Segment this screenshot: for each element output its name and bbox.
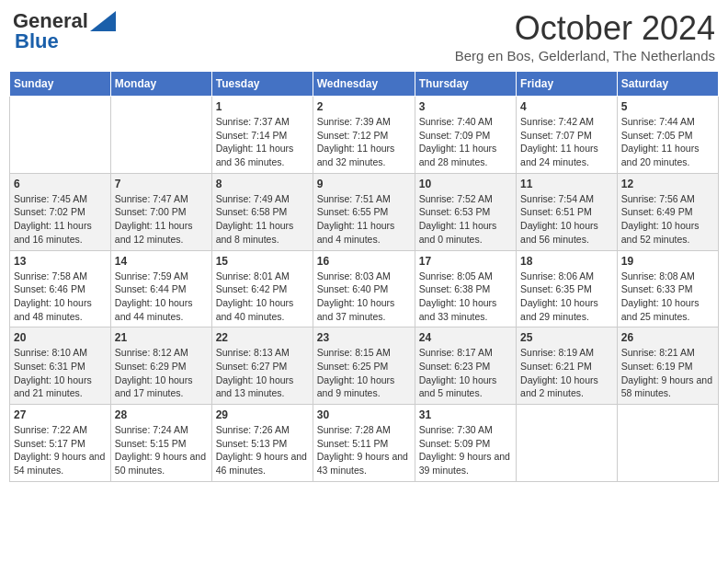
- table-row: 25 Sunrise: 8:19 AMSunset: 6:21 PMDaylig…: [517, 327, 618, 405]
- table-row: 16 Sunrise: 8:03 AMSunset: 6:40 PMDaylig…: [313, 250, 415, 327]
- day-number: 4: [520, 100, 613, 113]
- col-monday: Monday: [110, 72, 211, 97]
- col-tuesday: Tuesday: [211, 72, 313, 97]
- table-row: 11 Sunrise: 7:54 AMSunset: 6:51 PMDaylig…: [517, 173, 618, 250]
- day-number: 23: [317, 331, 411, 344]
- table-row: 19 Sunrise: 8:08 AMSunset: 6:33 PMDaylig…: [617, 250, 718, 327]
- table-row: 5 Sunrise: 7:44 AMSunset: 7:05 PMDayligh…: [617, 97, 718, 174]
- day-info: Sunrise: 7:24 AMSunset: 5:15 PMDaylight:…: [115, 423, 208, 477]
- table-row: 22 Sunrise: 8:13 AMSunset: 6:27 PMDaylig…: [211, 327, 313, 405]
- table-row: 1 Sunrise: 7:37 AMSunset: 7:14 PMDayligh…: [211, 97, 313, 174]
- day-info: Sunrise: 7:52 AMSunset: 6:53 PMDaylight:…: [419, 192, 512, 247]
- day-number: 14: [115, 255, 208, 268]
- logo: General Blue: [13, 9, 116, 53]
- day-number: 27: [14, 408, 107, 421]
- title-area: October 2024 Berg en Bos, Gelderland, Th…: [455, 9, 715, 63]
- table-row: [517, 405, 618, 482]
- day-info: Sunrise: 7:42 AMSunset: 7:07 PMDaylight:…: [520, 115, 613, 169]
- day-info: Sunrise: 8:05 AMSunset: 6:38 PMDaylight:…: [419, 270, 512, 324]
- table-row: 28 Sunrise: 7:24 AMSunset: 5:15 PMDaylig…: [110, 405, 211, 482]
- day-number: 25: [520, 331, 613, 344]
- day-info: Sunrise: 7:49 AMSunset: 6:58 PMDaylight:…: [216, 192, 309, 247]
- day-info: Sunrise: 8:08 AMSunset: 6:33 PMDaylight:…: [621, 270, 714, 324]
- page-header: General Blue October 2024 Berg en Bos, G…: [9, 9, 719, 63]
- day-number: 1: [216, 100, 309, 113]
- day-info: Sunrise: 8:21 AMSunset: 6:19 PMDaylight:…: [621, 346, 714, 400]
- calendar-table: Sunday Monday Tuesday Wednesday Thursday…: [9, 71, 719, 482]
- day-info: Sunrise: 8:06 AMSunset: 6:35 PMDaylight:…: [520, 270, 613, 324]
- day-info: Sunrise: 7:22 AMSunset: 5:17 PMDaylight:…: [14, 423, 107, 477]
- day-number: 6: [14, 178, 107, 190]
- day-info: Sunrise: 7:28 AMSunset: 5:11 PMDaylight:…: [317, 423, 411, 477]
- table-row: 4 Sunrise: 7:42 AMSunset: 7:07 PMDayligh…: [517, 97, 618, 174]
- day-number: 18: [520, 255, 613, 268]
- day-number: 12: [621, 178, 714, 190]
- table-row: 17 Sunrise: 8:05 AMSunset: 6:38 PMDaylig…: [415, 250, 516, 327]
- col-wednesday: Wednesday: [313, 72, 415, 97]
- day-number: 10: [419, 178, 512, 190]
- day-info: Sunrise: 7:30 AMSunset: 5:09 PMDaylight:…: [419, 423, 512, 477]
- day-info: Sunrise: 7:56 AMSunset: 6:49 PMDaylight:…: [621, 192, 714, 247]
- day-info: Sunrise: 8:17 AMSunset: 6:23 PMDaylight:…: [419, 346, 512, 400]
- table-row: 18 Sunrise: 8:06 AMSunset: 6:35 PMDaylig…: [517, 250, 618, 327]
- day-info: Sunrise: 7:39 AMSunset: 7:12 PMDaylight:…: [317, 115, 411, 169]
- table-row: 7 Sunrise: 7:47 AMSunset: 7:00 PMDayligh…: [110, 173, 211, 250]
- table-row: 14 Sunrise: 7:59 AMSunset: 6:44 PMDaylig…: [110, 250, 211, 327]
- day-info: Sunrise: 7:44 AMSunset: 7:05 PMDaylight:…: [621, 115, 714, 169]
- day-number: 17: [419, 255, 512, 268]
- location-subtitle: Berg en Bos, Gelderland, The Netherlands: [455, 48, 715, 63]
- day-number: 21: [115, 331, 208, 344]
- day-info: Sunrise: 7:45 AMSunset: 7:02 PMDaylight:…: [14, 192, 107, 247]
- table-row: 8 Sunrise: 7:49 AMSunset: 6:58 PMDayligh…: [211, 173, 313, 250]
- table-row: 24 Sunrise: 8:17 AMSunset: 6:23 PMDaylig…: [415, 327, 516, 405]
- day-number: 30: [317, 408, 411, 421]
- calendar-header-row: Sunday Monday Tuesday Wednesday Thursday…: [10, 72, 719, 97]
- table-row: 9 Sunrise: 7:51 AMSunset: 6:55 PMDayligh…: [313, 173, 415, 250]
- day-number: 2: [317, 100, 411, 113]
- svg-marker-0: [90, 11, 116, 31]
- day-number: 3: [419, 100, 512, 113]
- day-info: Sunrise: 7:58 AMSunset: 6:46 PMDaylight:…: [14, 270, 107, 324]
- day-info: Sunrise: 7:54 AMSunset: 6:51 PMDaylight:…: [520, 192, 613, 247]
- table-row: 27 Sunrise: 7:22 AMSunset: 5:17 PMDaylig…: [10, 405, 111, 482]
- day-number: 13: [14, 255, 107, 268]
- day-info: Sunrise: 7:26 AMSunset: 5:13 PMDaylight:…: [216, 423, 309, 477]
- day-info: Sunrise: 8:01 AMSunset: 6:42 PMDaylight:…: [216, 270, 309, 324]
- day-info: Sunrise: 7:47 AMSunset: 7:00 PMDaylight:…: [115, 192, 208, 247]
- day-number: 24: [419, 331, 512, 344]
- table-row: 29 Sunrise: 7:26 AMSunset: 5:13 PMDaylig…: [211, 405, 313, 482]
- day-info: Sunrise: 8:13 AMSunset: 6:27 PMDaylight:…: [216, 346, 309, 400]
- table-row: 2 Sunrise: 7:39 AMSunset: 7:12 PMDayligh…: [313, 97, 415, 174]
- table-row: 6 Sunrise: 7:45 AMSunset: 7:02 PMDayligh…: [10, 173, 111, 250]
- table-row: 3 Sunrise: 7:40 AMSunset: 7:09 PMDayligh…: [415, 97, 516, 174]
- day-number: 20: [14, 331, 107, 344]
- day-info: Sunrise: 7:37 AMSunset: 7:14 PMDaylight:…: [216, 115, 309, 169]
- day-info: Sunrise: 8:15 AMSunset: 6:25 PMDaylight:…: [317, 346, 411, 400]
- table-row: 23 Sunrise: 8:15 AMSunset: 6:25 PMDaylig…: [313, 327, 415, 405]
- day-number: 16: [317, 255, 411, 268]
- col-saturday: Saturday: [617, 72, 718, 97]
- day-number: 26: [621, 331, 714, 344]
- table-row: 26 Sunrise: 8:21 AMSunset: 6:19 PMDaylig…: [617, 327, 718, 405]
- day-number: 11: [520, 178, 613, 190]
- table-row: 20 Sunrise: 8:10 AMSunset: 6:31 PMDaylig…: [10, 327, 111, 405]
- day-number: 31: [419, 408, 512, 421]
- day-number: 7: [115, 178, 208, 190]
- table-row: 30 Sunrise: 7:28 AMSunset: 5:11 PMDaylig…: [313, 405, 415, 482]
- day-number: 5: [621, 100, 714, 113]
- day-number: 15: [216, 255, 309, 268]
- day-info: Sunrise: 7:40 AMSunset: 7:09 PMDaylight:…: [419, 115, 512, 169]
- col-thursday: Thursday: [415, 72, 516, 97]
- month-title: October 2024: [455, 9, 715, 48]
- table-row: 15 Sunrise: 8:01 AMSunset: 6:42 PMDaylig…: [211, 250, 313, 327]
- table-row: [110, 97, 211, 174]
- table-row: 13 Sunrise: 7:58 AMSunset: 6:46 PMDaylig…: [10, 250, 111, 327]
- logo-bird-icon: [90, 11, 116, 31]
- table-row: 10 Sunrise: 7:52 AMSunset: 6:53 PMDaylig…: [415, 173, 516, 250]
- col-sunday: Sunday: [10, 72, 111, 97]
- day-number: 28: [115, 408, 208, 421]
- table-row: 21 Sunrise: 8:12 AMSunset: 6:29 PMDaylig…: [110, 327, 211, 405]
- col-friday: Friday: [517, 72, 618, 97]
- day-number: 9: [317, 178, 411, 190]
- day-info: Sunrise: 8:10 AMSunset: 6:31 PMDaylight:…: [14, 346, 107, 400]
